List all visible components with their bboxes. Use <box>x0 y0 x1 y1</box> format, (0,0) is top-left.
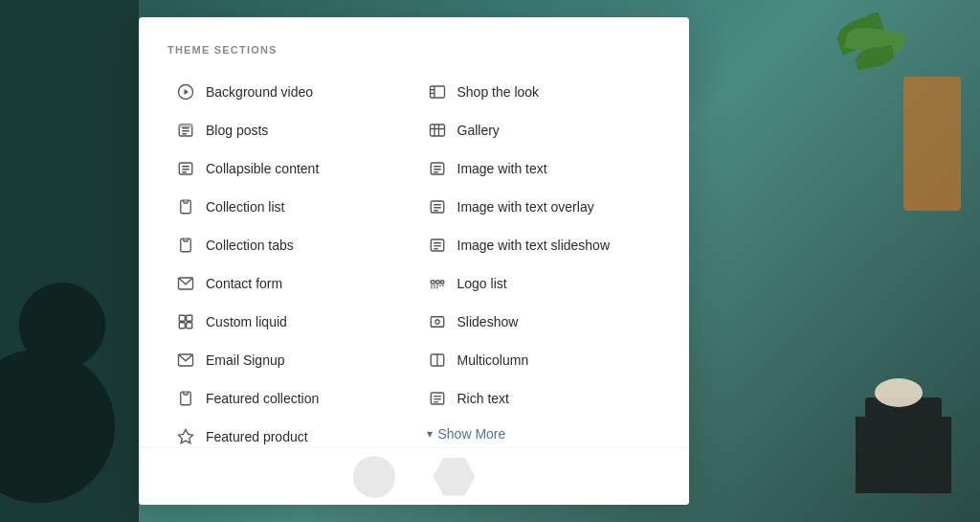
svg-rect-41 <box>431 281 434 284</box>
menu-item-label: Shop the look <box>457 84 540 101</box>
menu-item-label: Custom liquid <box>206 314 287 330</box>
menu-item-shop-the-look[interactable]: Shop the look <box>419 73 661 111</box>
menu-item-custom-liquid[interactable]: Custom liquid <box>167 303 410 341</box>
image-text-overlay-icon <box>427 196 448 217</box>
email-signup-icon <box>175 350 196 371</box>
menu-item-contact-form[interactable]: Contact form <box>167 264 410 303</box>
menu-item-collection-list[interactable]: Collection list <box>167 188 410 226</box>
featured-product-icon <box>175 426 196 447</box>
menu-item-blog-posts[interactable]: Blog posts <box>167 111 410 149</box>
shop-the-look-icon <box>427 81 448 102</box>
circle-small <box>19 283 105 369</box>
multicolumn-icon <box>427 350 448 371</box>
svg-rect-6 <box>179 125 192 127</box>
svg-rect-25 <box>430 125 444 136</box>
show-more-button[interactable]: ▾ Show More <box>419 418 661 450</box>
image-text-slideshow-icon <box>427 235 448 256</box>
section-heading: THEME SECTIONS <box>167 44 660 56</box>
menu-item-multicolumn[interactable]: Multicolumn <box>419 341 661 379</box>
svg-rect-14 <box>179 315 185 321</box>
collection-tabs-icon <box>175 235 196 256</box>
menu-item-label: Collection tabs <box>206 238 294 254</box>
menu-item-label: Email Signup <box>206 352 285 369</box>
theme-sections-panel: THEME SECTIONS Background video <box>139 17 689 505</box>
bottom-circle-icon <box>353 456 395 498</box>
menu-item-label: Collection list <box>206 199 284 216</box>
svg-rect-15 <box>187 315 192 321</box>
play-circle-icon <box>175 81 196 102</box>
menu-item-label: Image with text overlay <box>457 199 594 216</box>
circle-large <box>0 350 115 503</box>
collapsible-icon <box>175 158 196 179</box>
svg-rect-46 <box>431 317 444 328</box>
menu-item-label: Featured product <box>206 429 308 445</box>
featured-collection-icon <box>175 388 196 409</box>
bottom-hex-icon <box>434 458 476 496</box>
svg-rect-16 <box>179 323 185 329</box>
menu-item-featured-collection[interactable]: Featured collection <box>167 379 410 418</box>
collection-list-icon <box>175 196 196 217</box>
menu-item-image-with-text[interactable]: Image with text <box>419 149 661 188</box>
menu-item-label: Background video <box>206 84 313 101</box>
menu-item-slideshow[interactable]: Slideshow <box>419 303 661 341</box>
chevron-down-icon: ▾ <box>427 427 433 441</box>
logo-list-icon <box>427 273 448 294</box>
svg-rect-17 <box>187 323 192 329</box>
menu-item-label: Collapsible content <box>206 161 319 177</box>
menu-item-label: Logo list <box>457 276 507 292</box>
menu-item-collection-tabs[interactable]: Collection tabs <box>167 226 410 264</box>
rich-text-icon <box>427 388 448 409</box>
menu-item-label: Gallery <box>457 123 500 139</box>
bottom-icons-row <box>139 447 689 505</box>
menu-item-email-signup[interactable]: Email Signup <box>167 341 410 379</box>
menu-item-rich-text[interactable]: Rich text <box>419 379 661 418</box>
menu-item-image-text-overlay[interactable]: Image with text overlay <box>419 188 661 226</box>
image-with-text-icon <box>427 158 448 179</box>
contact-form-icon <box>175 273 196 294</box>
svg-rect-43 <box>440 281 443 284</box>
right-column: Shop the look Gallery <box>419 73 661 456</box>
menu-item-label: Contact form <box>206 276 282 292</box>
custom-liquid-icon <box>175 311 196 332</box>
slideshow-icon <box>427 311 448 332</box>
menu-item-collapsible-content[interactable]: Collapsible content <box>167 149 410 188</box>
menu-item-background-video[interactable]: Background video <box>167 73 410 111</box>
gallery-icon <box>427 120 448 141</box>
menu-item-image-text-slideshow[interactable]: Image with text slideshow <box>419 226 661 264</box>
show-more-label: Show More <box>438 426 506 442</box>
menu-item-label: Blog posts <box>206 123 268 139</box>
menu-item-label: Image with text <box>457 161 547 177</box>
svg-rect-21 <box>430 86 444 98</box>
menu-item-gallery[interactable]: Gallery <box>419 111 661 149</box>
svg-marker-1 <box>185 89 189 95</box>
svg-point-47 <box>434 320 439 325</box>
menu-item-label: Featured collection <box>206 391 319 407</box>
blog-icon <box>175 120 196 141</box>
svg-rect-42 <box>435 281 439 284</box>
menu-item-label: Rich text <box>457 391 509 407</box>
left-column: Background video Blog posts <box>167 73 410 456</box>
menu-item-logo-list[interactable]: Logo list <box>419 264 661 303</box>
sections-grid: Background video Blog posts <box>167 73 660 456</box>
menu-item-label: Multicolumn <box>457 352 529 369</box>
menu-item-label: Slideshow <box>457 314 519 330</box>
svg-marker-20 <box>179 430 193 443</box>
left-sidebar-bg <box>0 0 139 522</box>
menu-item-label: Image with text slideshow <box>457 238 611 254</box>
